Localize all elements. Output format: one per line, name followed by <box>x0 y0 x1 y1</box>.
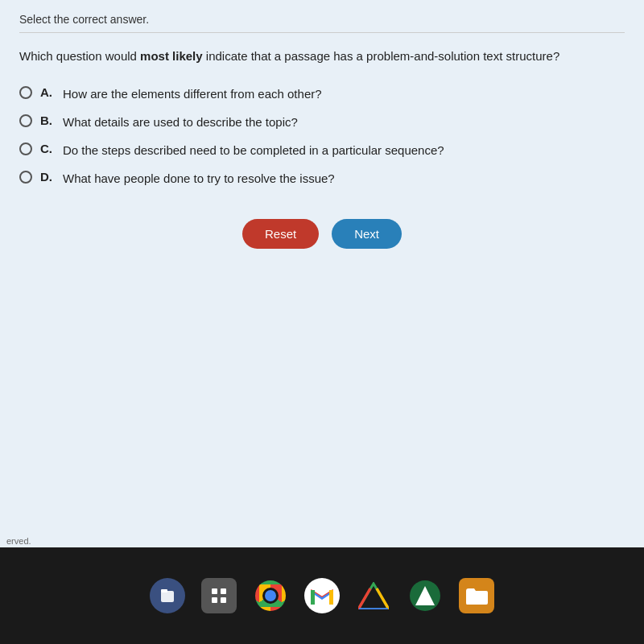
svg-line-11 <box>358 588 370 609</box>
question-suffix: indicate that a passage has a problem-an… <box>203 49 560 63</box>
option-b-label: B. <box>40 114 56 127</box>
svg-rect-2 <box>212 588 217 594</box>
options-list: A. How are the elements different from e… <box>19 85 625 187</box>
taskbar-app-icon[interactable] <box>201 578 237 613</box>
folder-svg <box>465 586 488 605</box>
svg-rect-4 <box>212 597 217 603</box>
taskbar-gmail-icon[interactable] <box>304 578 340 613</box>
taskbar-chrome-icon[interactable] <box>253 578 288 613</box>
main-content: Select the correct answer. Which questio… <box>0 0 644 547</box>
delta-svg <box>409 580 441 612</box>
app-svg <box>209 586 229 605</box>
question-text: Which question would most likely indicat… <box>19 47 625 66</box>
svg-rect-3 <box>221 588 226 594</box>
svg-rect-7 <box>311 590 315 605</box>
option-c-text: Do the steps described need to be comple… <box>63 142 444 159</box>
instruction-text: Select the correct answer. <box>19 13 625 33</box>
radio-b[interactable] <box>19 114 32 127</box>
chrome-ring <box>255 580 286 611</box>
svg-rect-8 <box>329 590 333 605</box>
question-bold: most likely <box>140 49 203 63</box>
files-svg <box>158 586 177 605</box>
option-c-label: C. <box>40 142 56 155</box>
taskbar-folder-icon[interactable] <box>459 578 494 613</box>
radio-c[interactable] <box>19 142 32 155</box>
option-d[interactable]: D. What have people done to try to resol… <box>19 170 625 187</box>
option-a[interactable]: A. How are the elements different from e… <box>19 85 625 102</box>
svg-rect-5 <box>221 597 226 603</box>
svg-marker-9 <box>358 584 389 609</box>
option-b[interactable]: B. What details are used to describe the… <box>19 114 625 130</box>
svg-rect-1 <box>161 589 167 592</box>
option-b-text: What details are used to describe the to… <box>63 114 298 130</box>
instruction-label: Select the correct answer. <box>19 13 149 26</box>
option-d-label: D. <box>40 170 56 184</box>
svg-line-12 <box>377 588 389 609</box>
gmail-svg <box>311 587 333 605</box>
option-c[interactable]: C. Do the steps described need to be com… <box>19 142 625 159</box>
option-d-text: What have people done to try to resolve … <box>63 170 335 187</box>
taskbar-files-icon[interactable] <box>150 578 185 613</box>
taskbar <box>0 547 644 644</box>
reserved-text: erved. <box>6 536 31 546</box>
reset-button[interactable]: Reset <box>242 219 319 249</box>
next-button[interactable]: Next <box>332 219 402 249</box>
option-a-label: A. <box>40 85 56 99</box>
radio-a[interactable] <box>19 86 32 99</box>
radio-d[interactable] <box>19 171 32 184</box>
taskbar-drive-icon[interactable] <box>356 578 391 613</box>
svg-rect-0 <box>161 591 174 602</box>
option-a-text: How are the elements different from each… <box>63 85 322 102</box>
taskbar-delta-icon[interactable] <box>407 578 443 613</box>
reserved-label: erved. <box>6 536 31 546</box>
drive-svg <box>358 582 389 609</box>
question-prefix: Which question would <box>19 49 140 63</box>
buttons-row: Reset Next <box>19 219 625 249</box>
svg-marker-10 <box>359 584 388 609</box>
